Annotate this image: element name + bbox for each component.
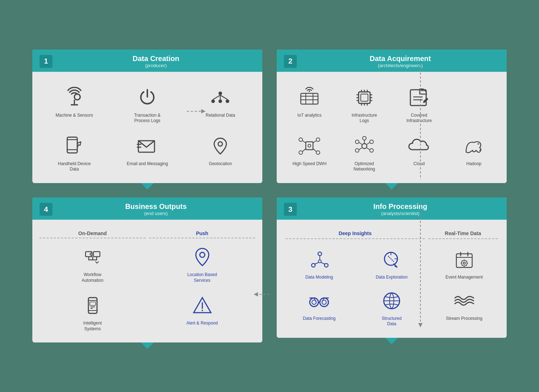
item-machine-sensors: Machine & Sensors — [40, 83, 109, 127]
svg-line-58 — [359, 148, 362, 150]
radio-icon — [63, 86, 86, 109]
svg-line-57 — [367, 143, 370, 144]
quadrant-2: 2 Data Acquirement (architects/engineers… — [277, 50, 507, 183]
binoculars-icon — [308, 289, 331, 312]
edit-box-icon — [407, 86, 430, 109]
svg-point-21 — [309, 90, 310, 92]
svg-point-97 — [310, 298, 318, 307]
svg-line-93 — [462, 261, 462, 261]
quadrant1-title: Data Creation — [57, 55, 255, 63]
quadrant4-number: 4 — [40, 203, 52, 216]
quadrant3-header: 3 Info Processing (analysts/scientist) — [277, 197, 507, 220]
quadrant3-number: 3 — [284, 203, 297, 216]
item-email-messaging: Email and Messaging — [112, 131, 182, 176]
workflow-icon — [81, 246, 104, 269]
quadrant2-subtitle: (architects/engineers) — [301, 63, 499, 68]
power-icon — [136, 86, 159, 109]
graph-nodes-icon — [308, 248, 331, 271]
item-cloud: Cloud — [393, 131, 445, 176]
item-location-based-services-label: Location BasedServices — [187, 272, 217, 283]
svg-line-6 — [213, 95, 220, 99]
item-stream-processing: Stream Processing — [429, 286, 499, 331]
svg-line-48 — [303, 149, 306, 151]
item-workflow-automation: WorkflowAutomation — [40, 242, 146, 287]
item-structured-data-label: StructuredData — [382, 316, 401, 327]
svg-point-3 — [211, 99, 215, 103]
item-high-speed-dwh-label: High Speed DWH — [292, 161, 327, 167]
svg-line-46 — [303, 141, 306, 143]
col-realtime-header: Real-Time Data — [428, 230, 498, 239]
section4-layout: On-Demand — [40, 230, 255, 335]
item-handheld-device: Handheld DeviceData — [40, 131, 109, 176]
svg-point-43 — [316, 138, 320, 141]
col-push: Push Location BasedService — [149, 230, 255, 335]
svg-line-94 — [466, 265, 466, 266]
quadrant-4: 4 Business Outputs (end users) On-Demand — [32, 197, 262, 342]
svg-point-15 — [218, 142, 222, 146]
item-transaction-logs-label: Transaction &Process Logs — [134, 113, 161, 124]
svg-point-55 — [363, 136, 366, 140]
phone-touch-icon — [63, 135, 86, 158]
item-data-exploration-label: Data Exploration — [376, 275, 408, 280]
item-relational-data-label: Relational Data — [206, 113, 235, 118]
item-infrastructure-logs-label: InfrastructureLogs — [351, 113, 377, 124]
item-handheld-device-label: Handheld DeviceData — [58, 161, 91, 172]
svg-line-56 — [359, 143, 362, 144]
pin-icon — [209, 135, 232, 158]
quadrant3-title: Info Processing — [301, 202, 499, 211]
hadoop-icon — [462, 135, 485, 158]
svg-line-96 — [462, 265, 462, 266]
svg-point-50 — [362, 144, 367, 149]
item-relational-data: Relational Data — [186, 83, 255, 127]
server-net-icon — [298, 135, 321, 158]
svg-point-61 — [478, 143, 479, 145]
item-workflow-automation-label: WorkflowAutomation — [82, 272, 103, 283]
item-covered-infrastructure-label: CoveredInfrastructure — [406, 113, 432, 124]
svg-rect-68 — [90, 302, 96, 305]
mobile-icon — [81, 294, 104, 317]
svg-point-42 — [299, 138, 303, 141]
iot-icon — [298, 86, 321, 109]
item-cloud-label: Cloud — [414, 161, 425, 167]
item-event-management: Event Management — [429, 244, 499, 284]
svg-rect-22 — [359, 92, 370, 103]
item-hadoop-label: Hadoop — [466, 161, 482, 167]
col-on-demand: On-Demand — [40, 230, 146, 335]
svg-line-47 — [313, 141, 316, 143]
quadrant2-title: Data Acquirement — [301, 55, 499, 63]
svg-line-8 — [220, 95, 227, 99]
item-intelligent-systems-label: IntelligentSystems — [83, 321, 102, 332]
item-intelligent-systems: IntelligentSystems — [40, 290, 146, 335]
svg-rect-40 — [306, 142, 313, 150]
quadrant2-header: 2 Data Acquirement (architects/engineers… — [277, 50, 507, 72]
col-push-header: Push — [149, 230, 255, 238]
network-icon — [209, 86, 232, 109]
item-iot-analytics: IoT analytics — [284, 83, 335, 127]
svg-point-88 — [463, 262, 465, 264]
svg-point-71 — [200, 252, 205, 257]
item-optimized-networking-label: OptimizedNetworking — [354, 161, 375, 172]
cloud-icon — [407, 135, 430, 158]
svg-point-98 — [320, 298, 328, 307]
explore-icon — [380, 248, 403, 271]
svg-line-80 — [321, 262, 325, 264]
item-optimized-networking: OptimizedNetworking — [339, 131, 390, 176]
item-transaction-logs: Transaction &Process Logs — [112, 83, 182, 127]
quadrant3-subtitle: (analysts/scientist) — [301, 211, 499, 216]
item-alert-respond: Alert & Respond — [149, 290, 255, 330]
chip-icon — [353, 86, 376, 109]
svg-point-5 — [226, 99, 229, 103]
quadrant1-icon-grid: Machine & Sensors Transaction &Process L… — [40, 83, 255, 176]
svg-line-49 — [313, 149, 316, 151]
svg-point-4 — [218, 99, 222, 103]
item-email-messaging-label: Email and Messaging — [127, 161, 168, 167]
opt-net-icon — [353, 135, 376, 158]
item-iot-analytics-label: IoT analytics — [298, 113, 322, 118]
quadrant-1: 1 Data Creation (producer) — [32, 50, 262, 183]
item-geolocation: Geolocation — [186, 131, 255, 176]
svg-point-53 — [355, 149, 359, 152]
quadrant4-subtitle: (end users) — [57, 211, 255, 216]
location-pin-icon — [191, 246, 214, 269]
item-location-based-services: Location BasedServices — [149, 242, 255, 287]
item-alert-respond-label: Alert & Respond — [186, 321, 218, 326]
